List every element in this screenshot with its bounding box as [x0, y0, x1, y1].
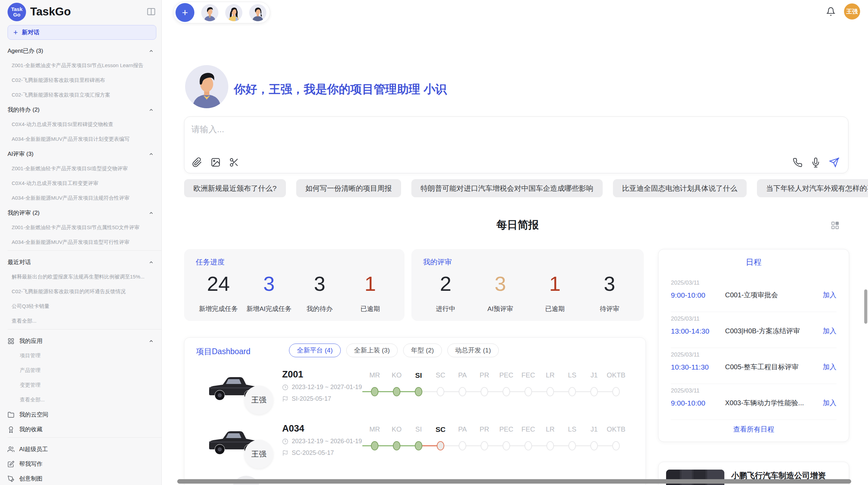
- suggestion-chip[interactable]: 如何写一份清晰的项目周报: [296, 179, 401, 197]
- suggestion-chip[interactable]: 当下年轻人对汽车外观有怎样的喜好趋势: [757, 179, 868, 197]
- stat: 3 我的待办: [296, 274, 343, 313]
- sidebar-task-item[interactable]: C0X4-动力总成开发项目工程变更评审: [8, 176, 161, 191]
- app-sub-item[interactable]: 查看全部...: [8, 393, 161, 407]
- sidebar-item[interactable]: AI超级员工: [8, 442, 161, 457]
- dashboard-filter-chip[interactable]: 年型 (2): [403, 344, 442, 357]
- app-sub-item[interactable]: 项目管理: [8, 348, 161, 363]
- project-row[interactable]: 王强 A034 2023-12-19 ~ 2026-01-19 SC-2025-…: [184, 423, 646, 477]
- milestone-dot[interactable]: [437, 387, 444, 396]
- project-row[interactable]: 王强 Z001 2023-12-19 ~ 2027-01-19 SI-2025-…: [184, 369, 646, 423]
- microphone-icon[interactable]: [811, 158, 821, 167]
- suggestion-chip[interactable]: 欧洲新规最近颁布了什么?: [184, 179, 286, 197]
- sidebar-task-item[interactable]: A034-全新新能源MUV产品开发项目造型可行性评审: [8, 235, 161, 250]
- phone-icon[interactable]: [793, 158, 803, 167]
- notification-bell-icon[interactable]: [826, 7, 835, 16]
- milestone-dot[interactable]: [568, 441, 576, 450]
- milestone-dot[interactable]: [393, 387, 400, 396]
- milestone-dot[interactable]: [503, 441, 510, 450]
- sidebar-task-item[interactable]: Z001-全新燃油轻卡产品开发项目SI造型提交物评审: [8, 161, 161, 176]
- sidebar-item[interactable]: 创意制图: [8, 471, 161, 485]
- app-sub-item[interactable]: 产品管理: [8, 363, 161, 378]
- milestone-dot[interactable]: [459, 387, 466, 396]
- dashboard-filter-chip[interactable]: 全新平台 (4): [289, 344, 341, 357]
- app-sub-item[interactable]: 变更管理: [8, 378, 161, 393]
- milestone-dot[interactable]: [590, 387, 598, 396]
- chat-input[interactable]: [191, 124, 500, 134]
- sidebar-task-item[interactable]: C02-飞腾新能源轻客改款项目里程碑画布: [8, 73, 161, 88]
- suggestion-chip[interactable]: 比亚迪全固态电池计划具体说了什么: [613, 179, 747, 197]
- milestone-dot[interactable]: [481, 441, 488, 450]
- dashboard-filter-chip[interactable]: 全新上装 (3): [346, 344, 398, 357]
- milestone-dot[interactable]: [481, 387, 488, 396]
- sidebar-item[interactable]: 我的云空间: [8, 407, 161, 422]
- milestone-dot[interactable]: [415, 387, 422, 396]
- sidebar-task-item[interactable]: A034-全新新能源MUV产品开发项目计划变更表编写: [8, 132, 161, 147]
- sidebar-task-item[interactable]: Z001-全新燃油轻卡产品开发项目SI节点属性5D文件评审: [8, 220, 161, 235]
- milestone-dot[interactable]: [546, 441, 554, 450]
- join-link[interactable]: 加入: [823, 398, 836, 408]
- sidebar-task-item[interactable]: C02-飞腾新能源轻客改款项目立项汇报方案: [8, 88, 161, 102]
- chevron-up-icon: [148, 48, 154, 54]
- milestone-label: SI: [408, 425, 430, 433]
- member-avatar[interactable]: [225, 4, 242, 21]
- sidebar-section-header[interactable]: 我的评审 (2): [8, 206, 161, 220]
- event-name: C001-立项审批会: [725, 290, 823, 300]
- milestone-dot[interactable]: [525, 441, 532, 450]
- recent-conversation-item[interactable]: 解释最新出台的欧盟报废车法规再生塑料比例被调至15%...: [8, 270, 161, 284]
- sidebar-section-header[interactable]: AI评审 (3): [8, 147, 161, 161]
- milestone-dot[interactable]: [546, 387, 554, 396]
- scissors-icon[interactable]: [229, 157, 239, 167]
- suggestion-chip[interactable]: 特朗普可能对进口汽车增税会对中国车企造成哪些影响: [411, 179, 603, 197]
- join-link[interactable]: 加入: [823, 290, 836, 300]
- milestone-dot[interactable]: [415, 441, 422, 450]
- view-all-schedule-link[interactable]: 查看所有日程: [659, 425, 849, 434]
- milestone-dot[interactable]: [437, 441, 444, 450]
- milestone-label: J1: [583, 371, 605, 379]
- milestone-dot[interactable]: [371, 441, 378, 450]
- brief-layout-icon[interactable]: [831, 221, 840, 230]
- milestone-dot[interactable]: [525, 387, 532, 396]
- sidebar-item[interactable]: 我的收藏: [8, 422, 161, 437]
- chat-composer: [184, 116, 848, 173]
- milestone-label: PEC: [495, 425, 517, 433]
- horizontal-scrollbar[interactable]: [177, 479, 851, 484]
- send-icon[interactable]: [829, 157, 839, 167]
- project-dates: 2023-12-19 ~ 2026-01-19: [282, 438, 362, 445]
- sidebar-task-item[interactable]: Z001-全新燃油皮卡产品开发项目SI节点Lesson Learn报告: [8, 58, 161, 73]
- milestone-dot[interactable]: [568, 387, 576, 396]
- join-link[interactable]: 加入: [823, 362, 836, 372]
- award-icon: [8, 426, 14, 433]
- divider: [8, 250, 161, 251]
- attach-icon[interactable]: [192, 157, 202, 167]
- milestone-dot[interactable]: [459, 441, 466, 450]
- new-chat-button[interactable]: + 新对话: [8, 25, 156, 40]
- add-member-button[interactable]: +: [176, 3, 194, 22]
- vertical-scrollbar[interactable]: [864, 289, 867, 324]
- sidebar-task-item[interactable]: A034-全新新能源MUV产品开发项目法规符合性评审: [8, 191, 161, 206]
- user-avatar[interactable]: 王强: [844, 3, 860, 20]
- milestone-dot[interactable]: [393, 441, 400, 450]
- milestone-dot[interactable]: [371, 387, 378, 396]
- event-time: 10:30-11:30: [671, 363, 725, 371]
- recent-conversation-item[interactable]: C02-飞腾新能源轻客改款项目的闭环通告反馈情况: [8, 284, 161, 299]
- sidebar-section-header[interactable]: Agent已办 (3): [8, 43, 161, 58]
- collapse-sidebar-icon[interactable]: [146, 7, 156, 16]
- image-icon[interactable]: [210, 157, 221, 167]
- milestone-dot[interactable]: [612, 441, 620, 450]
- sidebar-recent-header[interactable]: 最近对话: [8, 255, 161, 270]
- sidebar-task-item[interactable]: C0X4-动力总成开发项目SI里程碑提交物检查: [8, 117, 161, 132]
- milestone-dot[interactable]: [612, 387, 620, 396]
- sidebar-section-header[interactable]: 我的待办 (2): [8, 102, 161, 117]
- member-avatar[interactable]: [201, 4, 218, 21]
- sidebar-item-my-apps[interactable]: 我的应用: [8, 334, 161, 348]
- member-avatar[interactable]: [249, 4, 266, 21]
- recent-conversation-item[interactable]: 公司Q3轻卡销量: [8, 299, 161, 314]
- sidebar-item[interactable]: 帮我写作: [8, 457, 161, 471]
- recent-conversation-item[interactable]: 查看全部...: [8, 314, 161, 328]
- stat-card: 任务进度 24 新增完成任务 3 新增AI完成任务 3 我的待办 1 已逾期: [184, 249, 405, 321]
- dashboard-filter-chip[interactable]: 动总开发 (1): [447, 344, 499, 357]
- milestone-dot[interactable]: [503, 387, 510, 396]
- stat-value: 3: [245, 274, 293, 294]
- join-link[interactable]: 加入: [823, 326, 836, 336]
- milestone-dot[interactable]: [590, 441, 598, 450]
